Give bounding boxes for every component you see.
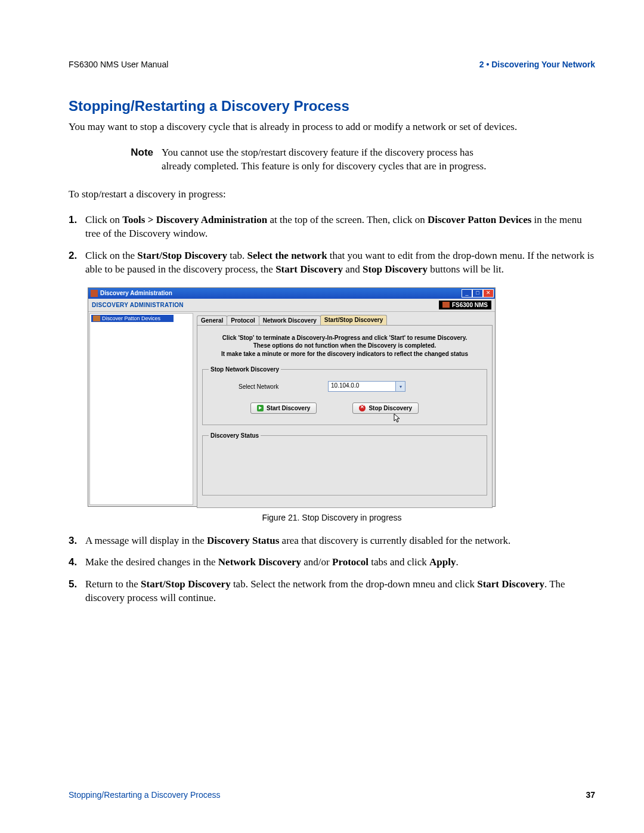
- tab-network-discovery[interactable]: Network Discovery: [259, 315, 321, 325]
- tab-general[interactable]: General: [197, 315, 227, 325]
- maximize-button[interactable]: □: [472, 289, 483, 298]
- stop-discovery-button[interactable]: Stop Discovery: [352, 402, 419, 414]
- steps-list: Click on Tools > Discovery Administratio…: [69, 213, 595, 277]
- play-icon: [257, 405, 264, 411]
- lead-paragraph: To stop/restart a discovery in progress:: [69, 188, 595, 202]
- toolbar-strip: DISCOVERY ADMINISTRATION FS6300 NMS: [88, 299, 495, 312]
- main-pane: General Protocol Network Discovery Start…: [194, 312, 495, 506]
- header-right: 2 • Discovering Your Network: [479, 60, 595, 69]
- window-title: Discovery Administration: [100, 290, 172, 296]
- steps-list-cont: A message will display in the Discovery …: [69, 534, 595, 606]
- fieldset-status-legend: Discovery Status: [209, 432, 261, 439]
- network-combo-value: 10.104.0.0: [329, 382, 395, 391]
- tree-node-icon: [93, 315, 100, 321]
- tabs-row: General Protocol Network Discovery Start…: [197, 314, 493, 325]
- cursor-icon: [394, 413, 402, 424]
- fieldset-discovery-status: Discovery Status: [202, 432, 487, 496]
- stop-icon: [359, 405, 366, 411]
- header-left: FS6300 NMS User Manual: [69, 60, 168, 69]
- page-header: FS6300 NMS User Manual 2 • Discovering Y…: [69, 60, 595, 69]
- tree-item-discover-devices[interactable]: Discover Patton Devices: [91, 315, 174, 322]
- step-5: Return to the Start/Stop Discovery tab. …: [69, 578, 595, 605]
- note-block: Note You cannot use the stop/restart dis…: [128, 146, 595, 174]
- step-4: Make the desired changes in the Network …: [69, 556, 595, 569]
- minimize-button[interactable]: _: [462, 289, 472, 298]
- page-number: 37: [586, 790, 595, 800]
- chevron-down-icon[interactable]: ▾: [395, 382, 405, 391]
- network-combo[interactable]: 10.104.0.0 ▾: [328, 381, 405, 392]
- close-button[interactable]: ✕: [483, 289, 494, 298]
- tab-start-stop-discovery[interactable]: Start/Stop Discovery: [320, 315, 387, 325]
- step-2: Click on the Start/Stop Discovery tab. S…: [69, 249, 595, 277]
- patton-logo-icon: [442, 302, 450, 308]
- tree-pane: Discover Patton Devices: [89, 313, 193, 505]
- figure-caption: Figure 21. Stop Discovery in progress: [69, 513, 595, 522]
- page-footer: Stopping/Restarting a Discovery Process …: [69, 790, 595, 800]
- embedded-screenshot: Discovery Administration _ □ ✕ DISCOVERY…: [88, 287, 496, 507]
- step-3: A message will display in the Discovery …: [69, 534, 595, 548]
- window-titlebar: Discovery Administration _ □ ✕: [88, 288, 495, 299]
- intro-paragraph: You may want to stop a discovery cycle t…: [69, 120, 595, 134]
- toolbar-label: DISCOVERY ADMINISTRATION: [92, 302, 184, 308]
- fieldset-stop-network: Stop Network Discovery Select Network 10…: [202, 366, 487, 425]
- panel-hint: Click 'Stop' to terminate a Discovery-In…: [202, 334, 487, 358]
- footer-left: Stopping/Restarting a Discovery Process: [69, 790, 220, 800]
- app-icon: [91, 290, 98, 297]
- tab-protocol[interactable]: Protocol: [227, 315, 259, 325]
- tab-panel: Click 'Stop' to terminate a Discovery-In…: [197, 325, 493, 509]
- step-1: Click on Tools > Discovery Administratio…: [69, 213, 595, 241]
- start-discovery-button[interactable]: Start Discovery: [250, 402, 317, 414]
- section-title: Stopping/Restarting a Discovery Process: [69, 98, 595, 114]
- note-label: Note: [128, 146, 162, 174]
- select-network-label: Select Network: [239, 383, 292, 390]
- brand-badge: FS6300 NMS: [439, 301, 491, 309]
- fieldset-stop-legend: Stop Network Discovery: [209, 366, 281, 373]
- note-body: You cannot use the stop/restart discover…: [162, 146, 496, 174]
